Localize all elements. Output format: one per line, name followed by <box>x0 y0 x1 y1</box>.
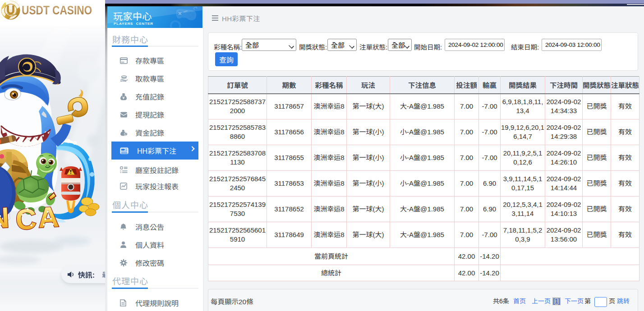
svg-text:Casino: Casino <box>6 13 15 16</box>
svg-text:N: N <box>0 201 10 234</box>
svg-text:A: A <box>37 201 60 234</box>
svg-text:C: C <box>15 202 37 236</box>
